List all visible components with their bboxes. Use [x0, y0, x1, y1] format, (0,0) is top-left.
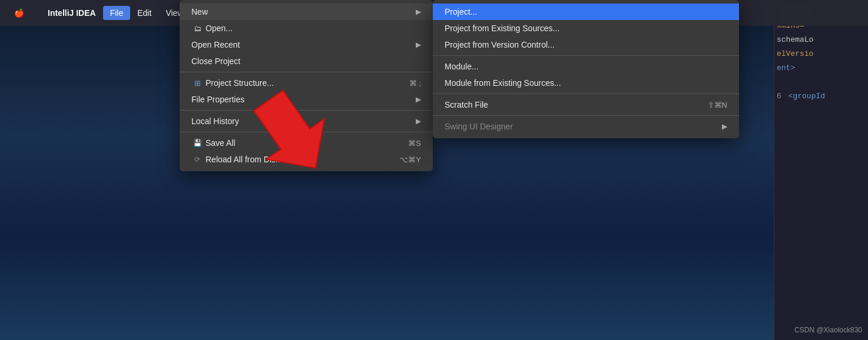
- separator-1: [180, 72, 433, 72]
- new-submenu-dropdown: Project... Project from Existing Sources…: [433, 0, 739, 138]
- code-line-3: schemaLo: [777, 33, 866, 47]
- watermark: CSDN @Xiaolock830: [794, 326, 862, 334]
- menu-item-app[interactable]: IntelliJ IDEA: [41, 6, 103, 20]
- file-menu-reload[interactable]: ⟳ Reload All from Disk ⌥⌘Y: [180, 151, 433, 168]
- file-menu-dropdown: New ▶ 🗂 Open... Open Recent ▶ Close Proj…: [180, 0, 433, 171]
- new-submenu-project-existing[interactable]: Project from Existing Sources...: [433, 20, 739, 36]
- file-menu-file-properties[interactable]: File Properties ▶: [180, 91, 433, 108]
- new-submenu-swing[interactable]: Swing UI Designer ▶: [433, 118, 739, 135]
- submenu-arrow-icon-5: ▶: [722, 122, 727, 131]
- file-menu-project-structure[interactable]: ⊞ Project Structure... ⌘ ;: [180, 75, 433, 91]
- submenu-arrow-icon-3: ▶: [416, 95, 421, 104]
- separator-2: [180, 110, 433, 111]
- code-line-7: 6 <groupId: [777, 89, 866, 104]
- file-menu-local-history[interactable]: Local History ▶: [180, 113, 433, 129]
- new-submenu-module-existing[interactable]: Module from Existing Sources...: [433, 75, 739, 91]
- code-line-6: [777, 75, 866, 89]
- separator-3: [180, 132, 433, 132]
- new-separator-1: [433, 55, 739, 56]
- code-line-4: elVersio: [777, 47, 866, 61]
- menu-item-edit[interactable]: Edit: [130, 6, 158, 20]
- code-editor-panel: rsion="1 xmlns=" schemaLo elVersio ent> …: [774, 0, 868, 340]
- save-icon: 💾: [191, 139, 203, 147]
- new-separator-3: [433, 115, 739, 116]
- file-menu-save-all[interactable]: 💾 Save All ⌘S: [180, 135, 433, 151]
- reload-icon: ⟳: [191, 155, 203, 164]
- file-menu-new[interactable]: New ▶: [180, 4, 433, 20]
- submenu-arrow-icon: ▶: [416, 8, 421, 16]
- new-separator-2: [433, 94, 739, 94]
- file-menu-open-recent[interactable]: Open Recent ▶: [180, 36, 433, 53]
- folder-icon: 🗂: [191, 24, 203, 33]
- new-submenu-module[interactable]: Module...: [433, 58, 739, 75]
- menu-item-file[interactable]: File: [103, 6, 131, 20]
- new-submenu-project-vcs[interactable]: Project from Version Control...: [433, 36, 739, 53]
- submenu-arrow-icon-4: ▶: [416, 117, 421, 125]
- submenu-arrow-icon-2: ▶: [416, 41, 421, 49]
- code-line-5: ent>: [777, 61, 866, 75]
- apple-menu[interactable]: 🍎: [7, 6, 31, 20]
- new-submenu-project[interactable]: Project...: [433, 4, 739, 20]
- new-submenu-scratch[interactable]: Scratch File ⇧⌘N: [433, 96, 739, 113]
- file-menu-open[interactable]: 🗂 Open...: [180, 20, 433, 36]
- file-menu-close-project[interactable]: Close Project: [180, 53, 433, 69]
- project-structure-icon: ⊞: [191, 79, 203, 88]
